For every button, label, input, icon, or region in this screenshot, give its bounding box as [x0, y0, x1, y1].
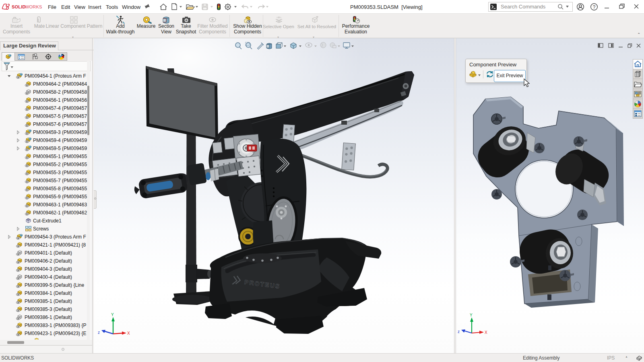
svg-text:Y: Y: [111, 313, 114, 317]
svg-text:z: z: [98, 330, 100, 335]
svg-text:X: X: [127, 331, 130, 335]
svg-text:WORKS: WORKS: [25, 4, 42, 9]
svg-text:Y: Y: [470, 313, 473, 317]
svg-text:?: ?: [593, 4, 596, 10]
svg-text:X: X: [485, 330, 487, 335]
svg-text:z: z: [458, 329, 460, 334]
svg-text:SOLID: SOLID: [12, 4, 26, 9]
